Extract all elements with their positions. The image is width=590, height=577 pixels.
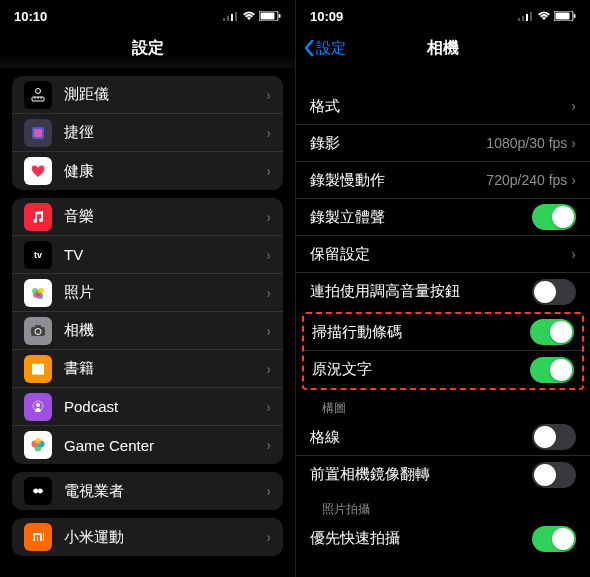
toggle-switch[interactable] [532, 462, 576, 488]
chevron-right-icon: › [266, 437, 271, 453]
row-label: 原況文字 [312, 360, 530, 379]
settings-group-3: 電視業者› [12, 472, 283, 510]
svg-point-11 [36, 88, 41, 93]
svg-point-18 [37, 293, 43, 299]
toggle-switch[interactable] [532, 279, 576, 305]
settings-row-tv[interactable]: tvTV› [12, 236, 283, 274]
signal-icon [518, 11, 534, 21]
row-label: 書籍 [64, 359, 266, 378]
nav-bar: 設定 [0, 28, 295, 68]
toggle-switch[interactable] [530, 319, 574, 345]
svg-rect-30 [522, 16, 524, 21]
chevron-right-icon: › [571, 98, 576, 114]
settings-row-photos[interactable]: 照片› [12, 274, 283, 312]
chevron-right-icon: › [266, 209, 271, 225]
row-label: 前置相機鏡像翻轉 [310, 465, 532, 484]
row-label: 保留設定 [310, 245, 571, 264]
svg-rect-32 [530, 12, 532, 21]
svg-rect-31 [526, 14, 528, 21]
music-icon [24, 203, 52, 231]
settings-group-4: 小米運動› [12, 518, 283, 556]
row-label: 格線 [310, 428, 532, 447]
camera-row: 優先快速拍攝 [296, 520, 590, 557]
section-header-composition: 構圖 [296, 392, 590, 419]
chevron-right-icon: › [266, 125, 271, 141]
row-label: 錄製慢動作 [310, 171, 486, 190]
row-label: 相機 [64, 321, 266, 340]
chevron-right-icon: › [266, 323, 271, 339]
status-bar: 10:10 [0, 0, 295, 28]
row-label: 音樂 [64, 207, 266, 226]
chevron-right-icon: › [571, 135, 576, 151]
books-icon [24, 355, 52, 383]
settings-screen: 10:10 設定 測距儀›捷徑›健康› 音樂›tvTV›照片›相機›書籍›Pod… [0, 0, 295, 577]
camera-content[interactable]: 格式›錄影1080p/30 fps›錄製慢動作720p/240 fps›錄製立體… [296, 68, 590, 577]
settings-row-gamecenter[interactable]: Game Center› [12, 426, 283, 464]
svg-point-19 [32, 288, 38, 294]
status-time: 10:10 [14, 9, 47, 24]
settings-row-shortcuts[interactable]: 捷徑› [12, 114, 283, 152]
svg-point-28 [35, 438, 41, 444]
chevron-right-icon: › [266, 483, 271, 499]
back-button[interactable]: 設定 [304, 39, 346, 58]
camera-row[interactable]: 保留設定› [296, 236, 590, 273]
row-label: TV [64, 246, 266, 263]
row-label: 測距儀 [64, 85, 266, 104]
settings-row-heart[interactable]: 健康› [12, 152, 283, 190]
svg-point-23 [36, 403, 40, 407]
battery-icon [554, 11, 576, 21]
toggle-switch[interactable] [532, 526, 576, 552]
camera-row[interactable]: 錄製慢動作720p/240 fps› [296, 162, 590, 199]
chevron-left-icon [304, 40, 314, 56]
settings-content[interactable]: 測距儀›捷徑›健康› 音樂›tvTV›照片›相機›書籍›Podcast›Game… [0, 68, 295, 577]
svg-text:tv: tv [34, 250, 42, 260]
camera-row[interactable]: 格式› [296, 88, 590, 125]
camera-row: 連拍使用調高音量按鈕 [296, 273, 590, 310]
toggle-switch[interactable] [532, 424, 576, 450]
camera-icon [24, 317, 52, 345]
svg-rect-34 [556, 13, 570, 20]
signal-icon [223, 11, 239, 21]
settings-row-music[interactable]: 音樂› [12, 198, 283, 236]
settings-row-books[interactable]: 書籍› [12, 350, 283, 388]
chevron-right-icon: › [266, 399, 271, 415]
camera-row: 格線 [296, 419, 590, 456]
section-header-photo: 照片拍攝 [296, 493, 590, 520]
chevron-right-icon: › [266, 163, 271, 179]
svg-rect-2 [231, 14, 233, 21]
camera-row[interactable]: 錄影1080p/30 fps› [296, 125, 590, 162]
row-label: 錄製立體聲 [310, 208, 532, 227]
svg-rect-29 [518, 18, 520, 21]
svg-rect-13 [34, 129, 42, 137]
status-bar: 10:09 [296, 0, 590, 28]
wifi-icon [537, 11, 551, 21]
ruler-icon [24, 81, 52, 109]
settings-row-podcast[interactable]: Podcast› [12, 388, 283, 426]
row-label: 電視業者 [64, 482, 266, 501]
toggle-switch[interactable] [530, 357, 574, 383]
row-label: 優先快速拍攝 [310, 529, 532, 548]
camera-row: 掃描行動條碼 [304, 314, 582, 351]
chevron-right-icon: › [266, 529, 271, 545]
chevron-right-icon: › [266, 285, 271, 301]
row-label: 錄影 [310, 134, 486, 153]
settings-row-camera[interactable]: 相機› [12, 312, 283, 350]
toggle-switch[interactable] [532, 204, 576, 230]
svg-rect-35 [574, 14, 576, 18]
camera-row: 原況文字 [304, 351, 582, 388]
settings-row-ruler[interactable]: 測距儀› [12, 76, 283, 114]
svg-rect-5 [261, 13, 275, 20]
svg-rect-1 [227, 16, 229, 21]
podcast-icon [24, 393, 52, 421]
gamecenter-icon [24, 431, 52, 459]
row-label: Game Center [64, 437, 266, 454]
tv-icon: tv [24, 241, 52, 269]
chevron-right-icon: › [266, 361, 271, 377]
camera-settings-screen: 10:09 設定 相機 格式›錄影1080p/30 fps›錄製慢動作720p/… [295, 0, 590, 577]
settings-row-tvprovider[interactable]: 電視業者› [12, 472, 283, 510]
nav-title: 相機 [427, 38, 459, 59]
row-label: 照片 [64, 283, 266, 302]
svg-rect-3 [235, 12, 237, 21]
heart-icon [24, 157, 52, 185]
settings-row-xiaomi[interactable]: 小米運動› [12, 518, 283, 556]
